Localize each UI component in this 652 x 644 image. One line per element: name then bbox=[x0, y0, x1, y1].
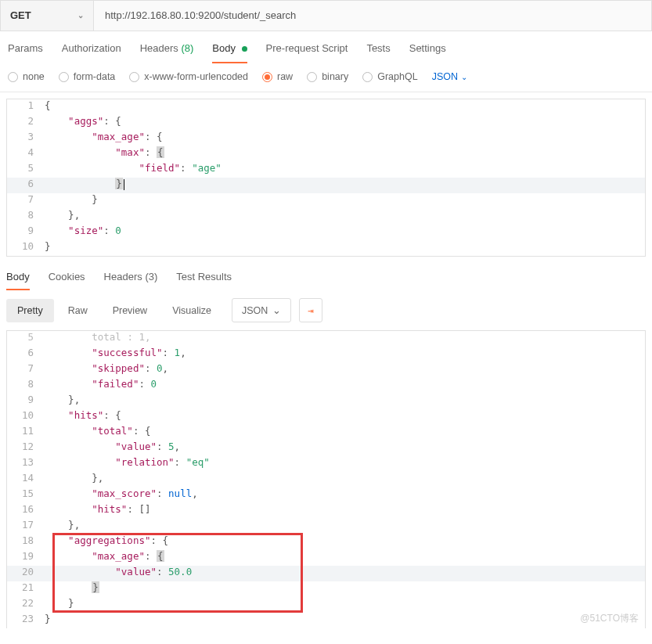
request-editor[interactable]: 1{ 2 "aggs": { 3 "max_age": { 4 "max": {… bbox=[6, 99, 646, 257]
modified-dot-icon bbox=[242, 46, 247, 52]
method-label: GET bbox=[10, 9, 31, 21]
view-raw[interactable]: Raw bbox=[57, 299, 99, 322]
resp-tab-test-results[interactable]: Test Results bbox=[176, 271, 232, 290]
tab-params[interactable]: Params bbox=[8, 42, 43, 63]
view-pretty[interactable]: Pretty bbox=[6, 299, 54, 322]
request-tabs: Params Authorization Headers (8) Body Pr… bbox=[0, 31, 652, 63]
response-tabs: Body Cookies Headers (3) Test Results bbox=[0, 257, 652, 290]
request-bar: GET ⌄ bbox=[0, 0, 652, 31]
radio-none[interactable]: none bbox=[8, 71, 45, 82]
tab-body[interactable]: Body bbox=[212, 42, 247, 63]
tab-settings[interactable]: Settings bbox=[409, 42, 446, 63]
tab-prerequest[interactable]: Pre-request Script bbox=[266, 42, 348, 63]
wrap-lines-button[interactable]: ⇥ bbox=[299, 298, 322, 322]
resp-tab-cookies[interactable]: Cookies bbox=[49, 271, 85, 290]
chevron-down-icon: ⌄ bbox=[461, 73, 467, 81]
view-visualize[interactable]: Visualize bbox=[161, 299, 222, 322]
chevron-down-icon: ⌄ bbox=[272, 304, 281, 316]
watermark: @51CTO博客 bbox=[580, 612, 639, 625]
tab-headers[interactable]: Headers (8) bbox=[140, 42, 194, 63]
tab-tests[interactable]: Tests bbox=[366, 42, 390, 63]
response-toolbar: Pretty Raw Preview Visualize JSON ⌄ ⇥ bbox=[0, 290, 652, 327]
method-select[interactable]: GET ⌄ bbox=[0, 0, 94, 31]
radio-graphql[interactable]: GraphQL bbox=[362, 71, 417, 82]
view-preview[interactable]: Preview bbox=[102, 299, 158, 322]
radio-form-data[interactable]: form-data bbox=[59, 71, 116, 82]
radio-raw[interactable]: raw bbox=[262, 71, 293, 82]
resp-tab-headers[interactable]: Headers (3) bbox=[104, 271, 158, 290]
response-editor[interactable]: 5 total : 1, 6 "successful": 1, 7 "skipp… bbox=[6, 330, 646, 628]
url-input[interactable] bbox=[94, 0, 652, 31]
radio-binary[interactable]: binary bbox=[307, 71, 348, 82]
resp-tab-body[interactable]: Body bbox=[6, 271, 30, 290]
format-select[interactable]: JSON ⌄ bbox=[432, 71, 467, 82]
tab-authorization[interactable]: Authorization bbox=[62, 42, 121, 63]
radio-xwww[interactable]: x-www-form-urlencoded bbox=[129, 71, 248, 82]
chevron-down-icon: ⌄ bbox=[77, 11, 84, 20]
response-format-select[interactable]: JSON ⌄ bbox=[232, 298, 291, 322]
body-options: none form-data x-www-form-urlencoded raw… bbox=[0, 63, 652, 92]
